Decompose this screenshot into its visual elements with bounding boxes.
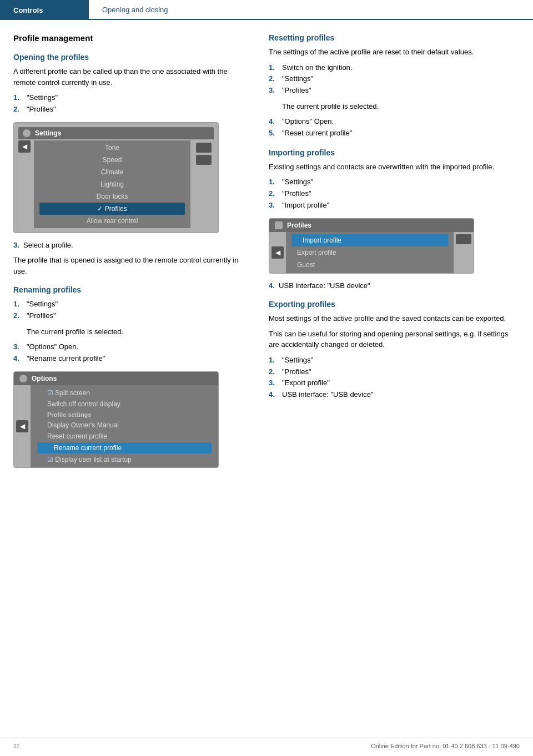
- list-item: 3. "Profiles": [269, 85, 520, 97]
- step-text: "Profiles": [282, 85, 311, 97]
- online-edition-text: Online Edition for Part no. 01 40 2 608 …: [371, 743, 520, 749]
- step-text: "Settings": [27, 92, 58, 104]
- list-item: 4. "Options" Open.: [269, 116, 520, 128]
- step-num: 4.: [269, 116, 279, 128]
- step-text: Switch on the ignition.: [282, 62, 352, 74]
- list-item: 2. "Profiles": [13, 310, 242, 322]
- exporting-intro1: Most settings of the active profile and …: [269, 313, 520, 324]
- opt-switch-off: Switch off control display: [31, 399, 218, 410]
- step-text: "Reset current profile": [282, 128, 352, 139]
- renaming-steps2-list: 3. "Options" Open. 4. "Rename current pr…: [13, 341, 242, 365]
- section-opening-intro: A different profile can be called up tha…: [13, 66, 242, 88]
- step-text: "Profiles": [282, 188, 311, 200]
- opt-rename-profile: Rename current profile: [37, 442, 212, 453]
- settings-screen-mockup: Settings ◀ Tone Speed Climate Lighting D…: [13, 122, 219, 233]
- renaming-steps-list: 1. "Settings" 2. "Profiles": [13, 299, 242, 322]
- section-opening-heading: Opening the profiles: [13, 53, 242, 62]
- page-footer: 32 Online Edition for Part no. 01 40 2 6…: [0, 738, 533, 749]
- renaming-note: The current profile is selected.: [13, 326, 242, 337]
- step-num: 2.: [13, 104, 23, 115]
- opening-steps-list: 1. "Settings" 2. "Profiles": [13, 92, 242, 115]
- step-num: 3.: [269, 200, 279, 211]
- section-exporting-heading: Exporting profiles: [269, 300, 520, 309]
- opening-closing-tab[interactable]: Opening and closing: [89, 0, 533, 20]
- step-text: "Settings": [282, 177, 313, 188]
- step-num: 2.: [269, 366, 279, 378]
- screen-item-climate: Climate: [34, 166, 190, 178]
- list-item: 2. "Profiles": [13, 104, 242, 115]
- list-item: 5. "Reset current profile": [269, 128, 520, 139]
- screen-item-allow-rear: Allow rear control: [34, 215, 190, 227]
- screen-title-bar: Settings: [18, 127, 214, 139]
- resetting-steps2: 4. "Options" Open. 5. "Reset current pro…: [269, 116, 520, 139]
- list-item: 1. "Settings": [269, 177, 520, 188]
- opening-note: The profile that is opened is assigned t…: [13, 255, 242, 276]
- screen-item-profiles: ✓ Profiles: [39, 203, 185, 215]
- step-num: 1.: [13, 299, 23, 310]
- screen-item-lighting: Lighting: [34, 178, 190, 190]
- list-item: 3. "Import profile": [269, 200, 520, 211]
- section-renaming-heading: Renaming profiles: [13, 285, 242, 294]
- profiles-title-bar: Profiles: [269, 219, 474, 232]
- section-resetting-heading: Resetting profiles: [269, 33, 520, 42]
- step-num: 3.: [269, 377, 279, 389]
- step-text: "Settings": [27, 299, 58, 310]
- page-number: 32: [13, 743, 19, 749]
- step-text: "Options" Open.: [27, 341, 78, 353]
- step-num: 1.: [269, 177, 279, 188]
- options-title-bar: Options: [14, 372, 218, 385]
- tab-label: Opening and closing: [102, 6, 168, 14]
- list-item: 2. "Settings": [269, 73, 520, 85]
- section-importing-heading: Importing profiles: [269, 148, 520, 157]
- exporting-intro2: This can be useful for storing and openi…: [269, 329, 520, 350]
- step-text: "Export profile": [282, 377, 330, 389]
- importing-steps: 1. "Settings" 2. "Profiles" 3. "Import p…: [269, 177, 520, 211]
- page-title: Profile management: [13, 33, 242, 43]
- screen-title-text: Settings: [35, 129, 61, 137]
- options-screen-mockup: Options ◀ Split screen Switch off contro…: [13, 371, 219, 468]
- controls-label: Controls: [13, 6, 43, 14]
- profiles-icon: [275, 221, 283, 229]
- step-text: "Import profile": [282, 200, 329, 211]
- step-text: "Profiles": [282, 366, 311, 378]
- list-item: 4. "Rename current profile": [13, 353, 242, 365]
- list-item: 2. "Profiles": [269, 188, 520, 200]
- options-title-text: Options: [32, 375, 57, 382]
- importing-intro: Existing settings and contacts are overw…: [269, 162, 520, 173]
- gear-icon: [19, 375, 27, 382]
- list-item: 3. "Options" Open.: [13, 341, 242, 353]
- step-text: "Settings": [282, 355, 313, 366]
- resetting-steps: 1. Switch on the ignition. 2. "Settings"…: [269, 62, 520, 97]
- step-num: 3.: [269, 85, 279, 97]
- step-text: "Options" Open.: [282, 116, 334, 128]
- controls-tab[interactable]: Controls: [0, 0, 89, 20]
- opt-profile-settings: Profile settings: [31, 410, 218, 420]
- screen-items: Tone Speed Climate Lighting Door locks ✓…: [34, 140, 190, 228]
- profile-item-guest: Guest: [286, 259, 454, 271]
- step-text: "Settings": [282, 73, 313, 85]
- list-item: 1. "Settings": [13, 299, 242, 310]
- gear-icon: [23, 129, 31, 137]
- step-num: 2.: [269, 73, 279, 85]
- resetting-intro: The settings of the active profile are r…: [269, 47, 520, 58]
- screen-item-tone: Tone: [34, 142, 190, 154]
- profile-item-import: Import profile: [291, 234, 448, 246]
- list-item: 1. "Settings": [269, 355, 520, 366]
- left-nav-arrow[interactable]: ◀: [271, 246, 284, 259]
- right-column: Resetting profiles The settings of the a…: [255, 33, 533, 475]
- main-content: Profile management Opening the profiles …: [0, 20, 533, 475]
- list-item: 1. Switch on the ignition.: [269, 62, 520, 74]
- step3-text: 3. Select a profile.: [13, 240, 242, 251]
- profiles-screen-mockup: Profiles ◀ Import profile Export profile…: [269, 218, 474, 274]
- step-num: 1.: [269, 355, 279, 366]
- left-column: Profile management Opening the profiles …: [0, 33, 255, 475]
- step-num: 4.: [269, 389, 279, 401]
- list-item: 4. USB interface: "USB device": [269, 389, 520, 401]
- opt-reset-profile: Reset current profile: [31, 431, 218, 442]
- step-num: 3.: [13, 341, 23, 353]
- step-text: USB interface: "USB device": [282, 389, 374, 401]
- step-num: 2.: [13, 310, 23, 322]
- left-nav-arrow[interactable]: ◀: [16, 420, 28, 432]
- left-nav-arrow[interactable]: ◀: [18, 140, 31, 153]
- page-header: Controls Opening and closing: [0, 0, 533, 20]
